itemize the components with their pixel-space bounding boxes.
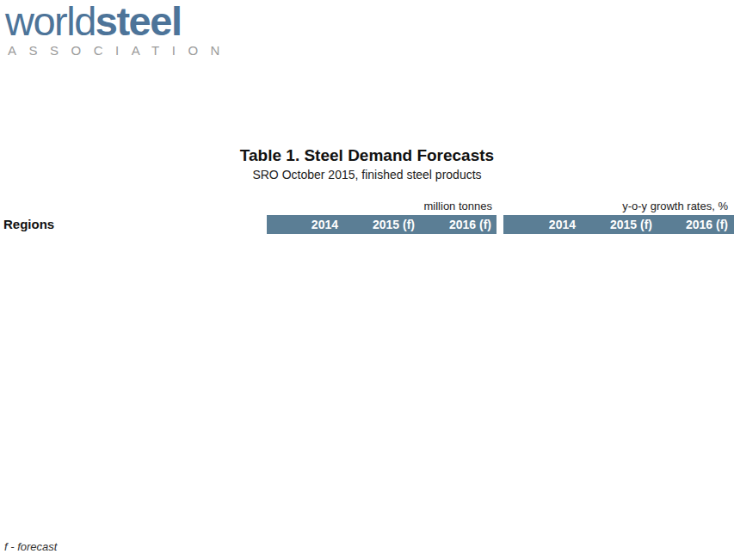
regions-header: Regions: [0, 215, 267, 234]
group1-caption: million tonnes: [267, 200, 497, 213]
group2-caption: y-o-y growth rates, %: [503, 200, 734, 213]
col-header-mt-2016f: 2016 (f): [420, 215, 497, 234]
logo-wordmark: worldsteel: [5, 3, 232, 40]
worldsteel-logo: worldsteel ASSOCIATION: [5, 3, 232, 58]
steel-demand-table: million tonnes y-o-y growth rates, % Reg…: [0, 198, 734, 241]
column-group-gap: [497, 215, 503, 234]
group-captions-row: million tonnes y-o-y growth rates, %: [0, 198, 734, 213]
table-subtitle: SRO October 2015, finished steel product…: [0, 168, 734, 182]
table-header-row: Regions 2014 2015 (f) 2016 (f) 2014 2015…: [0, 215, 734, 234]
col-header-mt-2015f: 2015 (f): [343, 215, 420, 234]
col-header-growth-2015f: 2015 (f): [581, 215, 657, 234]
logo-association-text: ASSOCIATION: [5, 43, 232, 58]
forecast-footnote: f - forecast: [4, 540, 57, 553]
logo-word-bold: steel: [96, 0, 182, 44]
col-header-mt-2014: 2014: [267, 215, 343, 234]
col-header-growth-2016f: 2016 (f): [657, 215, 734, 234]
col-header-growth-2014: 2014: [503, 215, 581, 234]
title-block: Table 1. Steel Demand Forecasts SRO Octo…: [0, 146, 734, 182]
table-title: Table 1. Steel Demand Forecasts: [0, 146, 734, 165]
logo-word-light: world: [5, 0, 96, 44]
document-page: worldsteel ASSOCIATION Table 1. Steel De…: [0, 0, 734, 560]
